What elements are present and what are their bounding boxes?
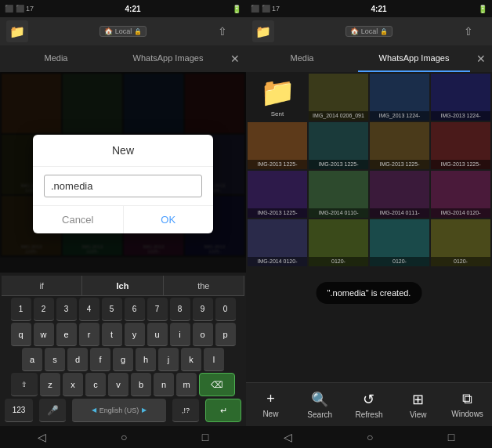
grid-item-11[interactable]: IMG-2014 0120- <box>431 171 490 218</box>
left-app-icon: 📁 <box>6 20 28 42</box>
right-tab-whatsapp[interactable]: WhatsApp Images <box>358 45 470 72</box>
key-j[interactable]: j <box>158 348 179 371</box>
key-a[interactable]: a <box>22 348 42 371</box>
key-l[interactable]: l <box>204 348 224 371</box>
key-n[interactable]: n <box>154 373 174 396</box>
key-b[interactable]: b <box>131 373 151 396</box>
key-123[interactable]: 123 <box>5 399 33 422</box>
nav-back-left[interactable]: ◁ <box>38 431 46 443</box>
keyboard-row-q: q w e r t y u i o p <box>2 323 244 346</box>
grid-item-3[interactable]: IMG-2013 1224- <box>431 74 490 121</box>
key-7[interactable]: 7 <box>147 298 168 321</box>
left-status-left: ⬛ ⬛ 17 <box>5 5 34 13</box>
search-icon: 🔍 <box>311 391 328 408</box>
key-shift[interactable]: ⇧ <box>11 373 38 396</box>
key-enter[interactable]: ↵ <box>205 399 241 422</box>
right-status-right: 🔋 <box>478 5 487 13</box>
grid-item-4[interactable]: IMG-2013 1225- <box>248 122 307 169</box>
right-status-bar: ⬛ ⬛ 17 4:21 🔋 <box>246 0 492 17</box>
grid-item-sent[interactable]: 📁 Sent <box>248 74 307 121</box>
key-4[interactable]: 4 <box>79 298 99 321</box>
key-3[interactable]: 3 <box>56 298 77 321</box>
right-close-btn[interactable]: ✕ <box>470 45 492 72</box>
key-g[interactable]: g <box>113 348 133 371</box>
key-2[interactable]: 2 <box>34 298 54 321</box>
grid-item-7[interactable]: IMG-2013 1225- <box>431 122 490 169</box>
key-r[interactable]: r <box>79 323 99 346</box>
key-m[interactable]: m <box>176 373 197 396</box>
left-tab-media[interactable]: Media <box>0 45 112 72</box>
nav-recents-left[interactable]: □ <box>202 431 208 443</box>
grid-item-2[interactable]: IMG_2013 1224- <box>370 74 429 121</box>
key-d[interactable]: d <box>67 348 88 371</box>
key-0[interactable]: 0 <box>215 298 236 321</box>
nav-recents-right[interactable]: □ <box>448 431 454 443</box>
grid-item-12[interactable]: IMG-2014 0120- <box>248 219 307 266</box>
toolbar-refresh-btn[interactable]: ↺ Refresh <box>352 391 386 419</box>
key-k[interactable]: k <box>181 348 201 371</box>
key-c[interactable]: c <box>85 373 106 396</box>
grid-item-8[interactable]: IMG-2013 1225- <box>248 171 307 218</box>
key-backspace[interactable]: ⌫ <box>199 373 235 396</box>
key-s[interactable]: s <box>45 348 65 371</box>
left-close-btn[interactable]: ✕ <box>224 45 246 72</box>
key-1[interactable]: 1 <box>11 298 31 321</box>
nav-home-right[interactable]: ○ <box>367 431 373 443</box>
suggestion-if[interactable]: if <box>2 276 82 295</box>
key-9[interactable]: 9 <box>193 298 213 321</box>
toolbar-refresh-label: Refresh <box>355 410 382 419</box>
dialog-ok-btn[interactable]: OK <box>124 206 214 233</box>
key-v[interactable]: v <box>108 373 128 396</box>
key-h[interactable]: h <box>136 348 156 371</box>
key-i[interactable]: i <box>170 323 190 346</box>
toolbar-search-btn[interactable]: 🔍 Search <box>302 391 337 419</box>
toast-message: ".nomedia" is created. <box>317 282 422 304</box>
left-tab-whatsapp[interactable]: WhatsApp Images <box>112 45 224 72</box>
right-top-bar: 📁 🏠 Local 🔒 ⇧ <box>246 17 492 45</box>
grid-item-9[interactable]: IMG-2014 0110- <box>309 171 368 218</box>
key-p[interactable]: p <box>215 323 236 346</box>
grid-item-10[interactable]: IMG-2014 0111- <box>370 171 429 218</box>
dialog-cancel-btn[interactable]: Cancel <box>33 206 124 233</box>
key-mic[interactable]: 🎤 <box>39 399 66 422</box>
key-x[interactable]: x <box>63 373 83 396</box>
key-8[interactable]: 8 <box>170 298 190 321</box>
key-q[interactable]: q <box>11 323 31 346</box>
nav-home-left[interactable]: ○ <box>121 431 127 443</box>
key-comma[interactable]: ,!? <box>172 399 199 422</box>
key-5[interactable]: 5 <box>102 298 122 321</box>
grid-item-13[interactable]: 0120- <box>309 219 368 266</box>
right-local-badge: 🏠 Local 🔒 <box>345 26 393 37</box>
key-space[interactable]: ◀ English (US) ▶ <box>72 399 166 422</box>
key-z[interactable]: z <box>40 373 60 396</box>
dialog-title: New <box>33 135 213 167</box>
grid-item-15[interactable]: 0120- <box>431 219 490 266</box>
key-y[interactable]: y <box>125 323 145 346</box>
nav-back-right[interactable]: ◁ <box>284 431 292 443</box>
right-image-grid: 📁 Sent IMG_2014 0206_091 IMG_2013 1224- … <box>246 72 492 268</box>
toolbar-new-label: New <box>262 410 278 418</box>
toolbar-windows-btn[interactable]: ⧉ Windows <box>450 391 485 418</box>
dialog-input[interactable] <box>44 175 202 197</box>
key-6[interactable]: 6 <box>125 298 145 321</box>
suggestion-ich[interactable]: Ich <box>82 276 163 295</box>
right-app-icon: 📁 <box>252 20 274 42</box>
right-tab-media[interactable]: Media <box>246 45 358 72</box>
key-w[interactable]: w <box>34 323 54 346</box>
key-o[interactable]: o <box>193 323 213 346</box>
keyboard-bottom-row: 123 🎤 ◀ English (US) ▶ ,!? ↵ <box>2 398 244 423</box>
key-f[interactable]: f <box>90 348 110 371</box>
toolbar-windows-label: Windows <box>451 410 483 418</box>
key-u[interactable]: u <box>147 323 168 346</box>
key-t[interactable]: t <box>102 323 122 346</box>
toolbar-view-btn[interactable]: ⊞ View <box>401 391 436 419</box>
grid-item-14[interactable]: 0120- <box>370 219 429 266</box>
toolbar-view-label: View <box>410 410 427 419</box>
grid-item-5[interactable]: IMG-2013 1225- <box>309 122 368 169</box>
suggestion-the[interactable]: the <box>164 276 244 295</box>
grid-item-1[interactable]: IMG_2014 0206_091 <box>309 74 368 121</box>
windows-icon: ⧉ <box>462 391 472 407</box>
grid-item-6[interactable]: IMG-2013 1225- <box>370 122 429 169</box>
toolbar-new-btn[interactable]: + New <box>253 391 288 418</box>
key-e[interactable]: e <box>56 323 77 346</box>
